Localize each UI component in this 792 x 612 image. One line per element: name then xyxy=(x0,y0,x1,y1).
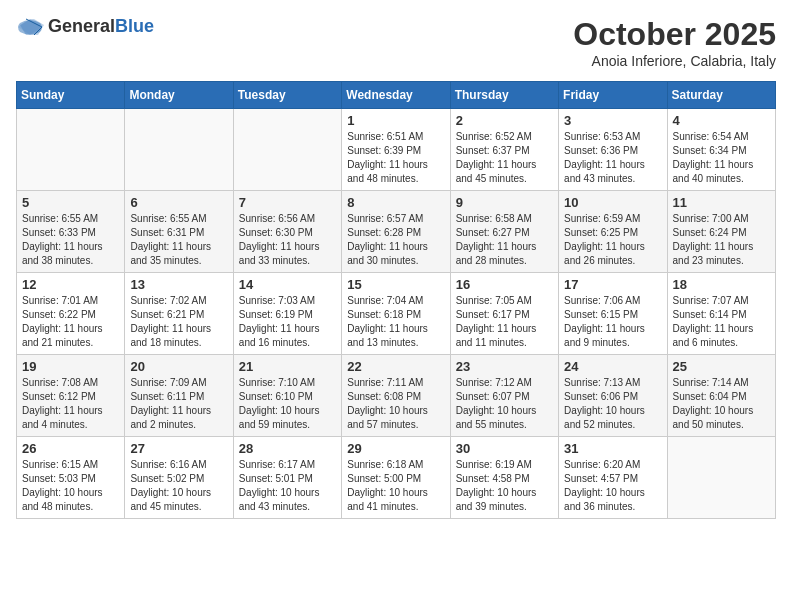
weekday-header-tuesday: Tuesday xyxy=(233,82,341,109)
calendar-cell xyxy=(233,109,341,191)
logo-icon xyxy=(16,17,44,37)
calendar-cell: 4Sunrise: 6:54 AM Sunset: 6:34 PM Daylig… xyxy=(667,109,775,191)
calendar-table: SundayMondayTuesdayWednesdayThursdayFrid… xyxy=(16,81,776,519)
day-info: Sunrise: 6:52 AM Sunset: 6:37 PM Dayligh… xyxy=(456,130,553,186)
day-info: Sunrise: 6:19 AM Sunset: 4:58 PM Dayligh… xyxy=(456,458,553,514)
calendar-body: 1Sunrise: 6:51 AM Sunset: 6:39 PM Daylig… xyxy=(17,109,776,519)
day-number: 5 xyxy=(22,195,119,210)
day-info: Sunrise: 7:11 AM Sunset: 6:08 PM Dayligh… xyxy=(347,376,444,432)
calendar-cell: 27Sunrise: 6:16 AM Sunset: 5:02 PM Dayli… xyxy=(125,437,233,519)
location-title: Anoia Inferiore, Calabria, Italy xyxy=(573,53,776,69)
day-info: Sunrise: 7:14 AM Sunset: 6:04 PM Dayligh… xyxy=(673,376,770,432)
weekday-header-sunday: Sunday xyxy=(17,82,125,109)
day-number: 8 xyxy=(347,195,444,210)
day-info: Sunrise: 6:20 AM Sunset: 4:57 PM Dayligh… xyxy=(564,458,661,514)
calendar-cell: 8Sunrise: 6:57 AM Sunset: 6:28 PM Daylig… xyxy=(342,191,450,273)
day-number: 29 xyxy=(347,441,444,456)
day-number: 23 xyxy=(456,359,553,374)
day-number: 7 xyxy=(239,195,336,210)
calendar-cell xyxy=(17,109,125,191)
calendar-cell: 23Sunrise: 7:12 AM Sunset: 6:07 PM Dayli… xyxy=(450,355,558,437)
weekday-header-wednesday: Wednesday xyxy=(342,82,450,109)
day-info: Sunrise: 7:05 AM Sunset: 6:17 PM Dayligh… xyxy=(456,294,553,350)
day-number: 22 xyxy=(347,359,444,374)
calendar-week-4: 19Sunrise: 7:08 AM Sunset: 6:12 PM Dayli… xyxy=(17,355,776,437)
day-info: Sunrise: 7:01 AM Sunset: 6:22 PM Dayligh… xyxy=(22,294,119,350)
day-number: 19 xyxy=(22,359,119,374)
day-info: Sunrise: 6:51 AM Sunset: 6:39 PM Dayligh… xyxy=(347,130,444,186)
calendar-cell: 15Sunrise: 7:04 AM Sunset: 6:18 PM Dayli… xyxy=(342,273,450,355)
day-number: 9 xyxy=(456,195,553,210)
calendar-cell: 31Sunrise: 6:20 AM Sunset: 4:57 PM Dayli… xyxy=(559,437,667,519)
logo-general-text: General xyxy=(48,16,115,36)
calendar-cell: 20Sunrise: 7:09 AM Sunset: 6:11 PM Dayli… xyxy=(125,355,233,437)
calendar-cell: 17Sunrise: 7:06 AM Sunset: 6:15 PM Dayli… xyxy=(559,273,667,355)
day-info: Sunrise: 7:09 AM Sunset: 6:11 PM Dayligh… xyxy=(130,376,227,432)
day-info: Sunrise: 6:53 AM Sunset: 6:36 PM Dayligh… xyxy=(564,130,661,186)
calendar-week-5: 26Sunrise: 6:15 AM Sunset: 5:03 PM Dayli… xyxy=(17,437,776,519)
day-number: 4 xyxy=(673,113,770,128)
calendar-cell: 30Sunrise: 6:19 AM Sunset: 4:58 PM Dayli… xyxy=(450,437,558,519)
calendar-cell: 3Sunrise: 6:53 AM Sunset: 6:36 PM Daylig… xyxy=(559,109,667,191)
title-block: October 2025 Anoia Inferiore, Calabria, … xyxy=(573,16,776,69)
calendar-week-3: 12Sunrise: 7:01 AM Sunset: 6:22 PM Dayli… xyxy=(17,273,776,355)
day-info: Sunrise: 7:13 AM Sunset: 6:06 PM Dayligh… xyxy=(564,376,661,432)
day-info: Sunrise: 6:54 AM Sunset: 6:34 PM Dayligh… xyxy=(673,130,770,186)
day-number: 12 xyxy=(22,277,119,292)
day-info: Sunrise: 7:12 AM Sunset: 6:07 PM Dayligh… xyxy=(456,376,553,432)
day-number: 1 xyxy=(347,113,444,128)
calendar-cell: 10Sunrise: 6:59 AM Sunset: 6:25 PM Dayli… xyxy=(559,191,667,273)
calendar-cell: 26Sunrise: 6:15 AM Sunset: 5:03 PM Dayli… xyxy=(17,437,125,519)
weekday-header-monday: Monday xyxy=(125,82,233,109)
logo: GeneralBlue xyxy=(16,16,154,37)
day-number: 16 xyxy=(456,277,553,292)
day-number: 26 xyxy=(22,441,119,456)
day-number: 10 xyxy=(564,195,661,210)
calendar-cell xyxy=(125,109,233,191)
calendar-cell: 1Sunrise: 6:51 AM Sunset: 6:39 PM Daylig… xyxy=(342,109,450,191)
day-info: Sunrise: 7:07 AM Sunset: 6:14 PM Dayligh… xyxy=(673,294,770,350)
day-number: 13 xyxy=(130,277,227,292)
day-info: Sunrise: 6:58 AM Sunset: 6:27 PM Dayligh… xyxy=(456,212,553,268)
calendar-cell: 11Sunrise: 7:00 AM Sunset: 6:24 PM Dayli… xyxy=(667,191,775,273)
day-number: 3 xyxy=(564,113,661,128)
day-info: Sunrise: 6:55 AM Sunset: 6:33 PM Dayligh… xyxy=(22,212,119,268)
day-number: 14 xyxy=(239,277,336,292)
day-info: Sunrise: 6:59 AM Sunset: 6:25 PM Dayligh… xyxy=(564,212,661,268)
day-info: Sunrise: 7:10 AM Sunset: 6:10 PM Dayligh… xyxy=(239,376,336,432)
day-number: 27 xyxy=(130,441,227,456)
day-info: Sunrise: 7:03 AM Sunset: 6:19 PM Dayligh… xyxy=(239,294,336,350)
day-info: Sunrise: 6:18 AM Sunset: 5:00 PM Dayligh… xyxy=(347,458,444,514)
calendar-cell: 25Sunrise: 7:14 AM Sunset: 6:04 PM Dayli… xyxy=(667,355,775,437)
day-number: 17 xyxy=(564,277,661,292)
day-info: Sunrise: 6:55 AM Sunset: 6:31 PM Dayligh… xyxy=(130,212,227,268)
weekday-header-saturday: Saturday xyxy=(667,82,775,109)
calendar-cell: 2Sunrise: 6:52 AM Sunset: 6:37 PM Daylig… xyxy=(450,109,558,191)
calendar-cell: 24Sunrise: 7:13 AM Sunset: 6:06 PM Dayli… xyxy=(559,355,667,437)
calendar-cell: 22Sunrise: 7:11 AM Sunset: 6:08 PM Dayli… xyxy=(342,355,450,437)
day-info: Sunrise: 6:16 AM Sunset: 5:02 PM Dayligh… xyxy=(130,458,227,514)
calendar-cell: 5Sunrise: 6:55 AM Sunset: 6:33 PM Daylig… xyxy=(17,191,125,273)
day-number: 15 xyxy=(347,277,444,292)
day-number: 6 xyxy=(130,195,227,210)
day-number: 11 xyxy=(673,195,770,210)
day-number: 31 xyxy=(564,441,661,456)
day-info: Sunrise: 7:04 AM Sunset: 6:18 PM Dayligh… xyxy=(347,294,444,350)
day-number: 30 xyxy=(456,441,553,456)
calendar-cell: 9Sunrise: 6:58 AM Sunset: 6:27 PM Daylig… xyxy=(450,191,558,273)
month-title: October 2025 xyxy=(573,16,776,53)
day-info: Sunrise: 6:56 AM Sunset: 6:30 PM Dayligh… xyxy=(239,212,336,268)
day-number: 25 xyxy=(673,359,770,374)
calendar-cell: 28Sunrise: 6:17 AM Sunset: 5:01 PM Dayli… xyxy=(233,437,341,519)
day-number: 21 xyxy=(239,359,336,374)
calendar-cell: 16Sunrise: 7:05 AM Sunset: 6:17 PM Dayli… xyxy=(450,273,558,355)
calendar-cell: 21Sunrise: 7:10 AM Sunset: 6:10 PM Dayli… xyxy=(233,355,341,437)
day-info: Sunrise: 6:17 AM Sunset: 5:01 PM Dayligh… xyxy=(239,458,336,514)
day-info: Sunrise: 6:57 AM Sunset: 6:28 PM Dayligh… xyxy=(347,212,444,268)
day-number: 24 xyxy=(564,359,661,374)
weekday-header-thursday: Thursday xyxy=(450,82,558,109)
day-number: 20 xyxy=(130,359,227,374)
page-header: GeneralBlue October 2025 Anoia Inferiore… xyxy=(16,16,776,69)
calendar-cell: 14Sunrise: 7:03 AM Sunset: 6:19 PM Dayli… xyxy=(233,273,341,355)
calendar-cell: 13Sunrise: 7:02 AM Sunset: 6:21 PM Dayli… xyxy=(125,273,233,355)
